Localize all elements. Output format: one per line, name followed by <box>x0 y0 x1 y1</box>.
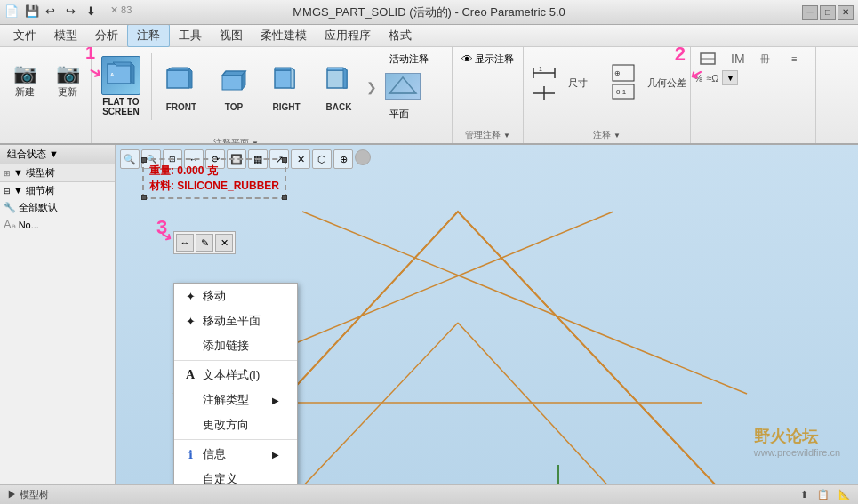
svg-line-41 <box>458 323 613 484</box>
ctx-info-arrow: ▶ <box>272 450 279 460</box>
dim-btn-1[interactable]: 1 <box>527 63 561 83</box>
back-label: BACK <box>326 102 352 112</box>
status-icon-2[interactable]: 📋 <box>817 489 830 500</box>
window-controls[interactable]: ─ □ ✕ <box>802 5 854 20</box>
svg-text:1: 1 <box>539 66 542 72</box>
close-btn[interactable]: ✕ <box>838 5 854 20</box>
annotation-plane-section: A FLAT TO SCREEN FRONT <box>92 47 381 143</box>
scroll-right-btn[interactable]: ❯ <box>366 80 377 94</box>
tree-item-all-default[interactable]: 🔧 全部默认 <box>0 199 115 216</box>
back-btn[interactable]: BACK <box>314 49 364 124</box>
plane-btn[interactable]: 平面 <box>385 104 413 124</box>
svg-marker-2 <box>131 62 134 84</box>
menu-annotation[interactable]: 注释 <box>127 24 170 47</box>
menu-bar: 文件 模型 分析 注释 工具 视图 柔性建模 应用程序 格式 <box>0 25 858 47</box>
extra-ribbon-section: IM 冊 ≡ ⅜ ≈Ω ▼ <box>691 47 816 143</box>
menu-format[interactable]: 格式 <box>380 25 421 46</box>
new-btn[interactable]: 📄 <box>4 4 22 22</box>
handle-bl[interactable] <box>141 195 147 200</box>
status-model-tree[interactable]: ▶ 模型树 <box>7 488 49 501</box>
right-btn[interactable]: RIGHT <box>261 49 311 124</box>
edit-move-btn[interactable]: ↔ <box>176 234 194 252</box>
model-tree-label[interactable]: ▼ 模型树 <box>13 166 55 180</box>
tolerance-group: ⊕ 0.1 <box>606 73 640 92</box>
extra-btn-2[interactable]: IM <box>725 49 751 68</box>
svg-marker-5 <box>167 68 188 70</box>
dimension-section: 2 ➜ 1 尺 <box>524 47 691 143</box>
ctx-note-type-label: 注解类型 <box>203 392 249 408</box>
svg-text:0.1: 0.1 <box>616 88 627 96</box>
ctx-move[interactable]: ✦ 移动 <box>174 284 297 308</box>
save-btn[interactable]: 💾 <box>25 4 43 22</box>
ctx-move-to-plane[interactable]: ✦ 移动至平面 <box>174 308 297 333</box>
maximize-btn[interactable]: □ <box>820 5 836 20</box>
update-ribbon-btn[interactable]: 📷 更新 1 ➜ <box>48 49 87 111</box>
ctx-text-style[interactable]: A 文本样式(I) <box>174 363 297 388</box>
dim-label: 尺寸 <box>568 76 588 90</box>
geo-tol-label: 几何公差 <box>647 76 686 90</box>
menu-view[interactable]: 视图 <box>211 25 252 46</box>
detail-tree-label: ▼ 细节树 <box>13 184 55 197</box>
edit-close-btn[interactable]: ✕ <box>215 234 233 252</box>
ctx-note-type[interactable]: 注解类型 ▶ <box>174 388 297 412</box>
menu-analysis[interactable]: 分析 <box>86 25 127 46</box>
show-annotation-btn[interactable]: 👁 显示注释 <box>457 49 518 68</box>
manage-annotation-dropdown[interactable]: ▼ <box>503 132 510 140</box>
svg-rect-8 <box>222 76 242 90</box>
status-icon-1[interactable]: ⬆ <box>800 489 808 500</box>
edit-pen-btn[interactable]: ✎ <box>196 234 213 252</box>
front-btn[interactable]: FRONT <box>156 49 206 124</box>
undo-btn[interactable]: ↩ <box>45 4 63 22</box>
quick-access-toolbar[interactable]: 📄 💾 ↩ ↪ ⬇ ✕ 83 <box>4 4 132 22</box>
ctx-info[interactable]: ℹ 信息 ▶ <box>174 442 297 467</box>
svg-text:⊕: ⊕ <box>614 69 621 77</box>
svg-text:IM: IM <box>731 52 745 66</box>
tree-item-note[interactable]: Aₐ No... <box>0 216 115 233</box>
handle-tr[interactable] <box>282 157 287 163</box>
new-ribbon-btn[interactable]: 📷 新建 <box>5 49 44 111</box>
menu-flexible[interactable]: 柔性建模 <box>252 25 316 46</box>
top-btn[interactable]: TOP <box>209 49 259 124</box>
menu-apps[interactable]: 应用程序 <box>316 25 380 46</box>
watermark-sub: www.proewildfire.cn <box>754 447 840 458</box>
redo-btn[interactable]: ↪ <box>66 4 84 22</box>
tree-all-default-label: 全部默认 <box>19 201 58 214</box>
watermark-text: 野火论坛 <box>754 426 840 447</box>
handle-br[interactable] <box>282 195 287 200</box>
ribbon-more-btn[interactable]: ▼ <box>722 70 738 85</box>
flat-to-screen-label: FLAT TO <box>102 97 139 107</box>
ctx-move-plane-label: 移动至平面 <box>203 313 261 329</box>
annotation-box[interactable]: 重量: 0.000 克 材料: SILICONE_RUBBER <box>142 158 286 199</box>
annotation-section-label: 注释 <box>593 129 611 141</box>
ctx-customize[interactable]: 自定义 <box>174 467 297 484</box>
status-icon-3[interactable]: 📐 <box>838 489 851 500</box>
ctx-change-dir[interactable]: 更改方向 <box>174 412 297 437</box>
toolbar-more[interactable]: ⬇ <box>86 4 104 22</box>
extra-btn-3[interactable]: 冊 <box>755 49 782 68</box>
menu-model[interactable]: 模型 <box>45 25 86 46</box>
annotation-line1: 重量: 0.000 克 <box>149 164 279 179</box>
viewport[interactable]: 🔍 🔍 ⊞ ↔ ⟳ 🔲 ▦ ↗ ✕ ⬡ ⊕ <box>116 145 858 484</box>
watermark: 野火论坛 www.proewildfire.cn <box>754 426 840 458</box>
flat-to-screen-btn[interactable]: A FLAT TO SCREEN <box>95 49 147 124</box>
geo-tol-btn[interactable]: ⊕ 0.1 <box>606 73 640 92</box>
ctx-add-link[interactable]: 添加链接 <box>174 333 297 358</box>
active-annotation-section: 活动注释 平面 <box>381 47 453 143</box>
menu-tools[interactable]: 工具 <box>170 25 211 46</box>
combo-state-label: 组合状态 ▼ <box>7 148 59 159</box>
flat-to-screen-icon: A <box>101 56 140 95</box>
dim-btn-2[interactable] <box>527 84 561 103</box>
ctx-note-type-arrow: ▶ <box>272 396 279 405</box>
extra-btn-4[interactable]: ≡ <box>785 49 812 68</box>
combo-state-tab[interactable]: 组合状态 ▼ <box>0 145 115 164</box>
ctx-text-style-icon: A <box>183 368 197 382</box>
annotation-section-dropdown[interactable]: ▼ <box>613 132 621 140</box>
ctx-move-label: 移动 <box>203 288 226 304</box>
handle-tl[interactable] <box>141 157 147 163</box>
active-annotation-btn[interactable]: 活动注释 <box>385 49 433 68</box>
right-label: RIGHT <box>272 102 300 112</box>
menu-file[interactable]: 文件 <box>4 25 45 46</box>
flat-to-screen-label2: SCREEN <box>102 107 140 117</box>
ctx-customize-label: 自定义 <box>203 471 237 484</box>
minimize-btn[interactable]: ─ <box>802 5 818 20</box>
